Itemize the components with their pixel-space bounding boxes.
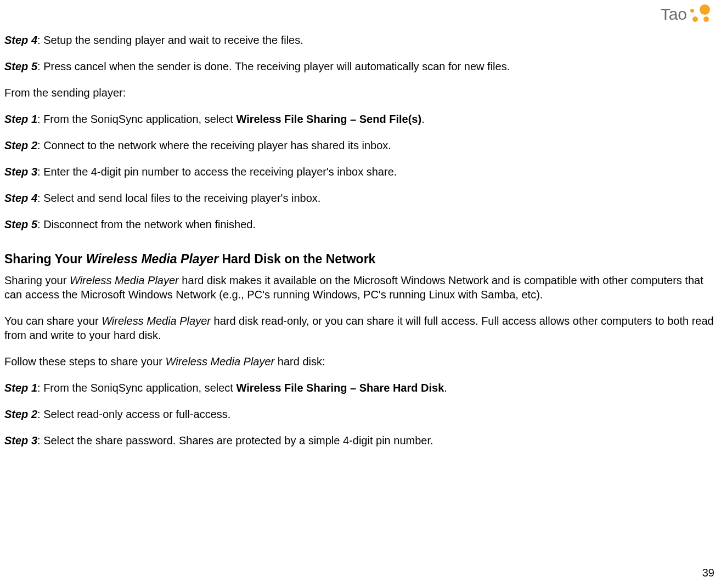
- step-text-pre: : From the SoniqSync application, select: [37, 382, 236, 394]
- step-label: Step 2: [4, 408, 37, 420]
- section-heading-share-hard-disk: Sharing Your Wireless Media Player Hard …: [4, 251, 717, 268]
- step-label: Step 5: [4, 60, 37, 72]
- run-ital: Wireless Media Player: [102, 315, 211, 327]
- step-text: : Setup the sending player and wait to r…: [37, 34, 303, 46]
- step-text: : Select and send local files to the rec…: [37, 192, 320, 204]
- step-text-post: .: [421, 113, 425, 125]
- brand-logo-icon: [689, 3, 711, 25]
- step-receiving-5: Step 5: Press cancel when the sender is …: [4, 59, 717, 74]
- run-ital: Wireless Media Player: [70, 274, 179, 286]
- step-label: Step 5: [4, 218, 37, 230]
- step-share-2: Step 2: Select read-only access or full-…: [4, 407, 717, 421]
- step-text: : Enter the 4-digit pin number to access…: [37, 166, 397, 178]
- step-sending-3: Step 3: Enter the 4-digit pin number to …: [4, 165, 717, 179]
- step-label: Step 4: [4, 192, 37, 204]
- step-text: : Select the share password. Shares are …: [37, 434, 433, 446]
- step-text: : Connect to the network where the recei…: [37, 139, 391, 151]
- page-number: 39: [702, 567, 714, 579]
- step-sending-5: Step 5: Disconnect from the network when…: [4, 217, 717, 231]
- run: Follow these steps to share your: [4, 355, 165, 368]
- step-text: : Disconnect from the network when finis…: [37, 218, 256, 230]
- step-text: : Select read-only access or full-access…: [37, 408, 230, 420]
- section-para-3: Follow these steps to share your Wireles…: [4, 354, 717, 369]
- step-text-bold: Wireless File Sharing – Share Hard Disk: [236, 382, 444, 394]
- step-text-pre: : From the SoniqSync application, select: [37, 113, 236, 125]
- step-label: Step 1: [4, 113, 37, 125]
- step-label: Step 4: [4, 34, 37, 46]
- run: Sharing your: [4, 274, 70, 286]
- heading-ital: Wireless Media Player: [86, 252, 218, 266]
- from-sending-player: From the sending player:: [4, 86, 717, 100]
- run: hard disk:: [274, 355, 325, 368]
- run-ital: Wireless Media Player: [165, 355, 274, 368]
- document-body: Step 4: Setup the sending player and wai…: [4, 33, 717, 448]
- brand-logo-text: Tao: [661, 5, 687, 24]
- step-receiving-4: Step 4: Setup the sending player and wai…: [4, 33, 717, 47]
- step-text-post: .: [444, 382, 447, 394]
- heading-post: Hard Disk on the Network: [218, 252, 375, 266]
- section-para-1: Sharing your Wireless Media Player hard …: [4, 273, 717, 302]
- heading-pre: Sharing Your: [4, 252, 86, 266]
- step-text-bold: Wireless File Sharing – Send File(s): [236, 113, 421, 125]
- step-text: : Press cancel when the sender is done. …: [37, 60, 510, 72]
- section-para-2: You can share your Wireless Media Player…: [4, 314, 717, 342]
- step-sending-2: Step 2: Connect to the network where the…: [4, 138, 717, 152]
- step-label: Step 2: [4, 139, 37, 151]
- step-label: Step 3: [4, 434, 37, 446]
- run: You can share your: [4, 315, 102, 327]
- step-share-3: Step 3: Select the share password. Share…: [4, 433, 717, 448]
- step-label: Step 3: [4, 166, 37, 178]
- step-sending-4: Step 4: Select and send local files to t…: [4, 191, 717, 205]
- brand-logo: Tao: [661, 3, 711, 25]
- step-sending-1: Step 1: From the SoniqSync application, …: [4, 112, 717, 126]
- step-share-1: Step 1: From the SoniqSync application, …: [4, 381, 717, 395]
- step-label: Step 1: [4, 382, 37, 394]
